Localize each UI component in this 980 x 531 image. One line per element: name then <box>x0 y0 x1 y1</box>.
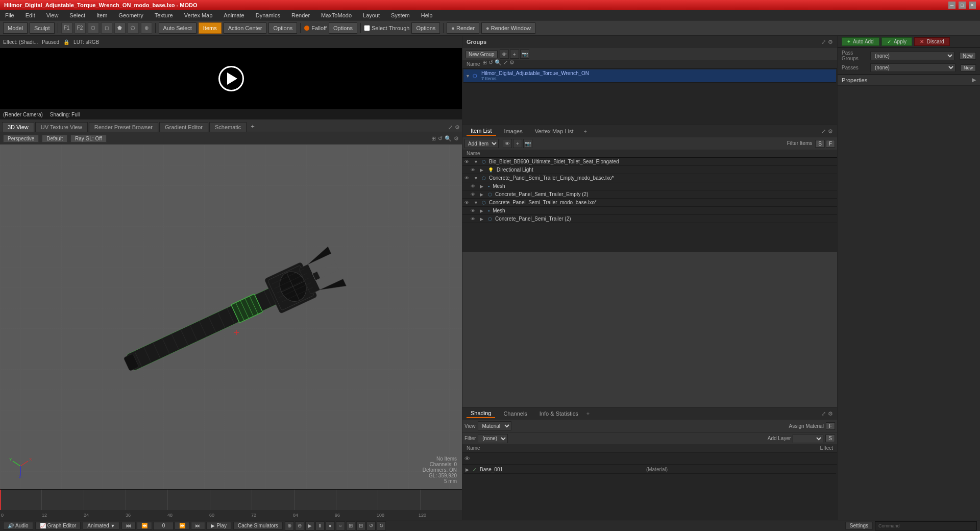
cache-simulators-button[interactable]: Cache Simulators <box>233 522 283 529</box>
menu-help[interactable]: Help <box>419 12 435 19</box>
menu-render[interactable]: Render <box>289 12 312 19</box>
zoom-icon[interactable]: 🔍 <box>445 135 452 142</box>
eye-icon[interactable]: 👁 <box>471 184 478 189</box>
menu-layout[interactable]: Layout <box>361 12 382 19</box>
add-shading-tab-icon[interactable]: + <box>586 411 590 417</box>
eye-icon[interactable]: 👁 <box>464 176 472 181</box>
minimize-button[interactable]: ─ <box>948 2 955 9</box>
eye-icon[interactable]: 👁 <box>471 192 478 197</box>
options-button[interactable]: Options <box>268 22 297 34</box>
settings-items-icon[interactable]: ⚙ <box>828 128 833 135</box>
settings-groups-icon[interactable]: ⚙ <box>828 39 833 45</box>
settings-button[interactable]: Settings <box>845 522 873 529</box>
menu-system[interactable]: System <box>389 12 412 19</box>
close-button[interactable]: ✕ <box>969 2 976 9</box>
passes-select[interactable]: (none) <box>870 63 955 72</box>
shading-eye-icon[interactable]: 👁 <box>464 455 472 462</box>
tab-schematic[interactable]: Schematic <box>209 122 247 132</box>
render-button[interactable]: ● Render <box>447 22 479 34</box>
discard-button[interactable]: ✕ Discard <box>914 37 950 46</box>
animated-button[interactable]: Animated ▼ <box>83 522 119 529</box>
item-camera-icon[interactable]: 📷 <box>523 139 532 148</box>
none-select[interactable]: (none) <box>478 434 508 443</box>
default-button[interactable]: Default <box>42 135 67 142</box>
add-tab-item-icon[interactable]: + <box>583 128 586 134</box>
eye-icon[interactable]: 👁 <box>471 167 478 173</box>
apply-button[interactable]: ✓ Apply <box>881 37 912 46</box>
tool-icon-3[interactable]: ⬟ <box>114 22 126 34</box>
shading-item[interactable]: ▶ ✓ Base_001 (Material) <box>463 466 836 474</box>
playhead[interactable] <box>0 490 1 510</box>
list-item[interactable]: 👁 ▶ ▪ Mesh <box>462 207 837 215</box>
tab-vertex-map-list[interactable]: Vertex Map List <box>531 127 578 135</box>
menu-vertex-map[interactable]: Vertex Map <box>182 12 215 19</box>
refresh-icon[interactable]: ↺ <box>488 59 493 66</box>
group-item[interactable]: ▼ ⬡ Hilmor_Digital_Adjustable_Torque_Wre… <box>463 69 836 83</box>
expand-icon[interactable]: ⤢ <box>503 59 508 66</box>
timeline-track[interactable] <box>0 490 462 510</box>
new-group-button[interactable]: New Group <box>465 51 498 58</box>
list-item[interactable]: 👁 ▶ ⬡ Concrete_Panel_Semi_Trailer (2) <box>462 215 837 223</box>
frame-input[interactable] <box>153 522 174 530</box>
ctrl-icon-9[interactable]: ↺ <box>366 521 376 530</box>
ctrl-icon-5[interactable]: ● <box>326 521 335 530</box>
item-add-icon[interactable]: + <box>513 139 522 148</box>
graph-editor-button[interactable]: 📈 Graph Editor <box>35 522 81 529</box>
settings-shading-icon[interactable]: ⚙ <box>828 411 833 417</box>
items-button[interactable]: Items <box>199 22 222 34</box>
expand-arrow[interactable]: ▶ <box>465 467 471 472</box>
ray-gl-button[interactable]: Ray GL: Off <box>70 135 107 142</box>
expand-arrow[interactable]: ▶ <box>480 167 485 173</box>
pass-groups-select[interactable]: (none) <box>870 52 954 60</box>
lock-toggle-icon[interactable]: + <box>510 50 519 59</box>
menu-geometry[interactable]: Geometry <box>116 12 145 19</box>
expand-arrow[interactable]: ▶ <box>480 184 485 189</box>
expand-viewport-icon[interactable]: ⤢ <box>448 124 453 131</box>
expand-arrow[interactable]: ▶ <box>480 192 485 197</box>
tab-item-list[interactable]: Item List <box>467 127 496 136</box>
ctrl-icon-3[interactable]: ▶ <box>305 521 314 530</box>
tool-icon-2[interactable]: ◻ <box>101 22 112 34</box>
expand-arrow[interactable]: ▼ <box>474 176 479 181</box>
menu-select[interactable]: Select <box>67 12 87 19</box>
list-item[interactable]: 👁 ▼ ⬡ Concrete_Panel_Semi_Trailer_Empty_… <box>462 174 837 182</box>
expand-groups-icon[interactable]: ⤢ <box>821 39 826 45</box>
expand-arrow[interactable]: ▼ <box>465 74 471 79</box>
tab-gradient[interactable]: Gradient Editor <box>159 122 208 132</box>
item-eye-icon[interactable]: 👁 <box>503 139 512 148</box>
sculpt-button[interactable]: Sculpt <box>30 22 55 34</box>
expand-arrow[interactable]: ▶ <box>480 216 485 222</box>
ctrl-icon-4[interactable]: ⏸ <box>315 521 325 530</box>
tool-icon-1[interactable]: ⬡ <box>88 22 99 34</box>
grid-vp-icon[interactable]: ⊞ <box>431 135 436 142</box>
list-item[interactable]: 👁 ▼ ⬡ Bio_Bidet_BB600_Ultimate_Bidet_Toi… <box>462 158 837 166</box>
f-button[interactable]: F <box>826 140 835 148</box>
add-layer-select[interactable] <box>793 434 823 443</box>
tab-render-preset[interactable]: Render Preset Browser <box>89 122 158 132</box>
list-item[interactable]: 👁 ▶ ▪ Mesh <box>462 182 837 190</box>
grid-icon[interactable]: ⊞ <box>482 59 487 66</box>
options2-button[interactable]: Options <box>329 22 357 34</box>
play-button-bottom[interactable]: ▶ Play <box>206 522 231 529</box>
expand-arrow[interactable]: ▶ <box>480 208 485 213</box>
rotate-icon[interactable]: ↺ <box>438 135 443 142</box>
tab-channels[interactable]: Channels <box>499 409 531 418</box>
options3-button[interactable]: Options <box>411 22 440 34</box>
material-select[interactable]: Material <box>478 421 511 430</box>
expand-prop-icon[interactable]: ▶ <box>972 77 976 83</box>
render-window-button[interactable]: ● Render Window <box>481 22 535 34</box>
action-center-button[interactable]: Action Center <box>224 22 267 34</box>
menu-dynamics[interactable]: Dynamics <box>254 12 282 19</box>
audio-button[interactable]: 🔊 Audio <box>3 522 33 529</box>
viewport[interactable]: Perspective Default Ray GL: Off ⊞ ↺ 🔍 ⚙ <box>0 132 462 489</box>
new-passes-button[interactable]: New <box>961 64 976 71</box>
menu-file[interactable]: File <box>3 12 16 19</box>
menu-item[interactable]: Item <box>94 12 109 19</box>
new-pass-button[interactable]: New <box>960 52 976 60</box>
menu-view[interactable]: View <box>44 12 61 19</box>
lock-icon[interactable]: 🔒 <box>63 39 69 45</box>
list-item[interactable]: 👁 ▼ ⬡ Concrete_Panel_Semi_Trailer_modo_b… <box>462 199 837 207</box>
expand-arrow[interactable]: ▼ <box>474 200 479 205</box>
tool-icon-4[interactable]: ⬠ <box>128 22 139 34</box>
list-item[interactable]: 👁 ▶ ⬡ Concrete_Panel_Semi_Trailer_Empty … <box>462 190 837 199</box>
